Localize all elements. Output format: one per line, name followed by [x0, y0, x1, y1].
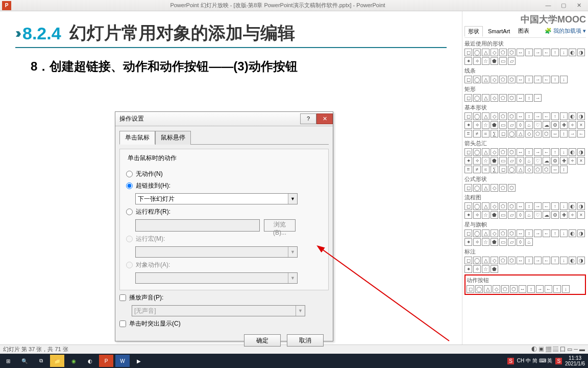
maximize-button[interactable]: ▢ — [559, 2, 568, 9]
checkbox-play-sound[interactable]: 播放声音(P): — [119, 293, 329, 302]
shape-item[interactable]: ↕ — [525, 202, 533, 210]
task-view-icon[interactable]: ⧉ — [34, 355, 48, 367]
shape-item[interactable]: ◊ — [517, 238, 524, 246]
shape-item[interactable]: ↕ — [525, 76, 533, 83]
shape-item[interactable]: ◻ — [464, 257, 472, 264]
shape-item[interactable]: △ — [482, 112, 489, 120]
shape-item[interactable]: ◐ — [569, 148, 576, 156]
shape-item[interactable]: → — [534, 49, 542, 56]
browser-icon[interactable]: ◉ — [66, 355, 81, 367]
shape-item[interactable]: ⌂ — [525, 238, 533, 246]
shape-item[interactable]: ↕ — [527, 285, 535, 293]
shape-item[interactable]: ≈ — [482, 166, 489, 173]
shape-item[interactable]: ✧ — [473, 157, 481, 165]
shape-item[interactable]: ⌂ — [525, 121, 533, 129]
cancel-button[interactable]: 取消 — [287, 334, 324, 347]
shape-item[interactable]: ◯ — [473, 49, 481, 56]
file-explorer-icon[interactable]: 📁 — [50, 355, 64, 367]
option-hyperlink[interactable]: 超链接到(H): — [126, 181, 322, 190]
shape-item[interactable]: ◇ — [491, 94, 498, 102]
shape-item[interactable]: ÷ — [569, 121, 576, 129]
app2-icon[interactable]: ▶ — [132, 355, 146, 367]
shape-item[interactable]: ⬠ — [499, 94, 507, 102]
shape-item[interactable]: △ — [482, 94, 489, 102]
shape-item[interactable]: ☆ — [482, 121, 489, 129]
shape-item[interactable]: ✦ — [464, 157, 472, 165]
shape-item[interactable]: ⬡ — [508, 202, 516, 210]
shape-item[interactable]: ▭ — [499, 238, 507, 246]
shape-item[interactable]: ↕ — [560, 130, 568, 137]
shape-item[interactable]: ◐ — [569, 112, 576, 120]
dialog-help-button[interactable]: ? — [300, 113, 316, 124]
shape-item[interactable]: ∑ — [491, 130, 498, 137]
shape-item[interactable]: ⬟ — [491, 238, 498, 246]
shape-item[interactable]: ← — [543, 76, 550, 83]
shape-item[interactable]: ← — [543, 148, 550, 156]
shape-item[interactable]: ← — [543, 112, 550, 120]
shape-item[interactable]: → — [534, 202, 542, 210]
shape-item[interactable]: ⬟ — [491, 157, 498, 165]
shape-item[interactable]: ◯ — [475, 285, 483, 293]
word-icon[interactable]: W — [115, 355, 130, 367]
shape-item[interactable]: ◇ — [493, 285, 500, 293]
shape-item[interactable]: ◻ — [464, 94, 472, 102]
shape-item[interactable]: ⬟ — [491, 265, 498, 273]
shape-item[interactable]: ◯ — [473, 229, 481, 237]
shape-item[interactable]: △ — [482, 184, 489, 192]
search-icon[interactable]: 🔍 — [17, 355, 32, 367]
close-button[interactable]: ✕ — [575, 2, 583, 9]
shape-item[interactable]: ↑ — [551, 229, 559, 237]
shape-item[interactable]: ✦ — [464, 211, 472, 219]
shape-item[interactable]: ♡ — [534, 121, 542, 129]
shape-item[interactable]: ☆ — [482, 265, 489, 273]
shape-item[interactable]: ◻ — [467, 285, 474, 293]
shape-item[interactable]: = — [464, 130, 472, 137]
shape-item[interactable]: ✦ — [464, 121, 472, 129]
shape-item[interactable]: ✦ — [464, 238, 472, 246]
hyperlink-combo[interactable]: 下一张幻灯片▼ — [135, 193, 298, 204]
shape-item[interactable]: ♡ — [534, 157, 542, 165]
option-run-program[interactable]: 运行程序(R): — [126, 208, 322, 216]
shape-item[interactable]: × — [577, 211, 585, 219]
shape-item[interactable]: ∑ — [491, 166, 498, 173]
shape-item[interactable]: ⬠ — [499, 202, 507, 210]
shape-item[interactable]: ◯ — [473, 148, 481, 156]
shape-item[interactable]: ▱ — [508, 57, 516, 65]
shape-item[interactable]: ↕ — [525, 49, 533, 56]
shape-item[interactable]: ⬠ — [499, 184, 507, 192]
tray-s2[interactable]: S — [555, 358, 562, 364]
shape-item[interactable]: △ — [482, 49, 489, 56]
chevron-down-icon[interactable]: ▼ — [288, 194, 297, 204]
shape-item[interactable]: ↓ — [560, 76, 568, 83]
shape-item[interactable]: ▭ — [499, 157, 507, 165]
shape-item[interactable]: × — [577, 121, 585, 129]
shape-item[interactable]: ✦ — [464, 265, 472, 273]
shape-item[interactable]: ◇ — [491, 49, 498, 56]
shape-item[interactable]: ☆ — [482, 157, 489, 165]
shape-item[interactable]: ↔ — [519, 285, 526, 293]
shape-item[interactable]: ↕ — [525, 148, 533, 156]
shape-item[interactable]: ≠ — [473, 166, 481, 173]
shape-item[interactable]: ✧ — [473, 265, 481, 273]
shape-item[interactable]: ← — [543, 49, 550, 56]
shape-item[interactable]: ☁ — [543, 211, 550, 219]
shape-item[interactable]: ◯ — [473, 202, 481, 210]
shape-item[interactable]: ◯ — [508, 130, 516, 137]
shape-item[interactable]: ⬡ — [508, 49, 516, 56]
shape-item[interactable]: ↓ — [560, 49, 568, 56]
shape-item[interactable]: ◑ — [577, 257, 585, 264]
shape-item[interactable]: ↓ — [560, 202, 568, 210]
shape-item[interactable]: ↔ — [517, 202, 524, 210]
shape-item[interactable]: ◑ — [577, 49, 585, 56]
shape-item[interactable]: ⬟ — [491, 57, 498, 65]
shape-item[interactable]: ↔ — [517, 229, 524, 237]
shape-item[interactable]: ↔ — [517, 49, 524, 56]
shape-item[interactable]: ⬠ — [534, 166, 542, 173]
shape-item[interactable]: ↕ — [560, 166, 568, 173]
shape-item[interactable]: △ — [517, 166, 524, 173]
minimize-button[interactable]: — — [544, 2, 552, 9]
app1-icon[interactable]: ◐ — [83, 355, 97, 367]
shape-item[interactable]: ✚ — [560, 157, 568, 165]
shape-item[interactable]: ✚ — [560, 211, 568, 219]
shape-item[interactable]: △ — [482, 229, 489, 237]
